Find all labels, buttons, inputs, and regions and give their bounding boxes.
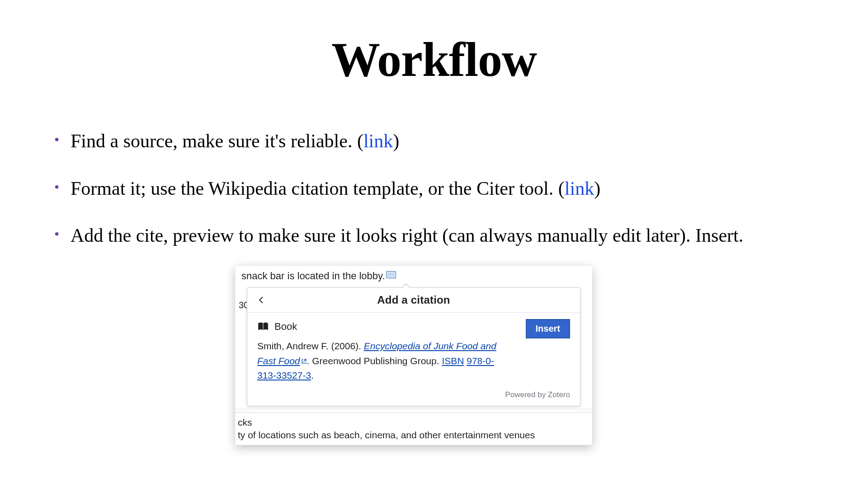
chevron-left-icon xyxy=(257,296,265,304)
reference-marker-icon[interactable] xyxy=(386,271,396,278)
insert-button[interactable]: Insert xyxy=(526,319,570,338)
citation-author-year: Smith, Andrew F. (2006). xyxy=(257,341,364,351)
slide-title: Workflow xyxy=(45,32,823,88)
external-link-icon xyxy=(301,354,307,360)
reliable-source-link[interactable]: link xyxy=(363,131,393,151)
isbn-label-link[interactable]: ISBN xyxy=(442,356,464,366)
bullet-item: Add the cite, preview to make sure it lo… xyxy=(54,223,823,249)
paren-open: ( xyxy=(357,131,363,151)
article-context-line: snack bar is located in the lobby. xyxy=(235,266,592,286)
source-type-label: Book xyxy=(274,321,297,333)
article-text-fragment: cks xyxy=(235,413,592,428)
book-icon xyxy=(257,322,269,332)
context-text: snack bar is located in the lobby. xyxy=(241,270,385,282)
citation-editor-screenshot: snack bar is located in the lobby. 30 Ad… xyxy=(235,266,592,445)
add-citation-popup: Add a citation Book Insert Smith, Andrew… xyxy=(247,287,580,406)
citer-tool-link[interactable]: link xyxy=(565,178,594,199)
bullet-text: Add the cite, preview to make sure it lo… xyxy=(71,225,743,246)
bullet-text: Find a source, make sure it's reliable. xyxy=(71,131,357,151)
bullet-text: Format it; use the Wikipedia citation te… xyxy=(71,178,558,199)
back-button[interactable] xyxy=(255,293,268,307)
powered-by-label: Powered by Zotero xyxy=(247,388,580,406)
article-text-fragment: ty of locations such as beach, cinema, a… xyxy=(235,428,592,445)
citation-preview: Smith, Andrew F. (2006). Encyclopedia of… xyxy=(257,339,570,383)
citation-trailing: . xyxy=(311,370,314,380)
bullet-item: Find a source, make sure it's reliable. … xyxy=(54,128,823,154)
paren-close: ) xyxy=(594,178,600,199)
paren-close: ) xyxy=(393,131,399,151)
paren-open: ( xyxy=(558,178,565,199)
citation-publisher: . Greenwood Publishing Group. xyxy=(307,356,442,366)
bullet-item: Format it; use the Wikipedia citation te… xyxy=(54,176,823,202)
popup-title: Add a citation xyxy=(268,294,573,306)
